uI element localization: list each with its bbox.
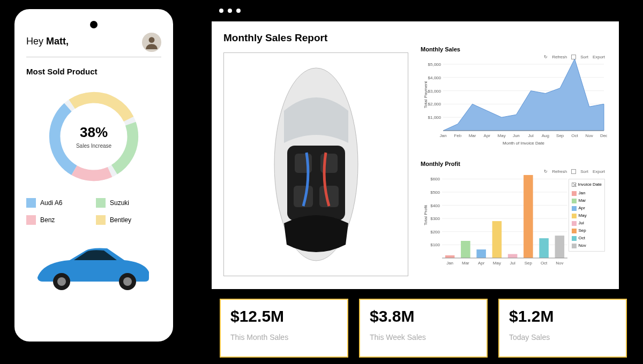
svg-text:Total Profit: Total Profit: [423, 204, 428, 225]
bar-chart-svg: $100$200$300$400$500$600JanMarAprMayJulS…: [421, 169, 570, 271]
svg-text:$100: $100: [430, 242, 440, 247]
legend: Audi A6 Suzuki Benz Bentley: [26, 198, 161, 225]
svg-text:$600: $600: [430, 177, 440, 181]
svg-rect-61: [508, 254, 518, 258]
product-hero: [223, 52, 408, 276]
refresh-icon[interactable]: ↻: [544, 55, 548, 59]
greeting-prefix: Hey: [26, 36, 46, 47]
grid-icon[interactable]: [571, 55, 576, 59]
svg-text:$1,000: $1,000: [428, 115, 442, 120]
kpi-month-sales: $12.5M This Month Sales: [220, 299, 348, 358]
svg-point-0: [149, 37, 155, 43]
svg-text:Oct: Oct: [571, 133, 578, 138]
kpi-today-sales: $1.2M Today Sales: [498, 299, 627, 358]
monthly-sales-chart: Monthly Sales ↻ Refresh Sort Export $1,0…: [421, 46, 607, 150]
mobile-mockup: Hey Matt, Most Sold Product 38% Sales In…: [13, 8, 174, 343]
svg-text:Dec: Dec: [600, 133, 607, 138]
kpi-value: $1.2M: [509, 307, 616, 325]
monthly-profit-chart: Monthly Profit ↻ Refresh Sort Export Inv…: [421, 161, 607, 277]
svg-rect-67: [555, 236, 565, 258]
divider: [26, 57, 161, 57]
chart-title: Monthly Profit: [421, 161, 607, 167]
chart-legend: Invoice DateJanMarAprMayJulSepOctNov: [569, 179, 605, 252]
legend-item-suzuki: Suzuki: [96, 198, 161, 208]
legend-swatch: [26, 198, 36, 208]
legend-item-bentley: Bentley: [96, 215, 161, 225]
legend-swatch: [96, 198, 106, 208]
svg-text:Feb: Feb: [454, 133, 461, 138]
traffic-light-icon: [236, 9, 241, 13]
svg-rect-55: [461, 241, 470, 258]
svg-text:Jan: Jan: [446, 261, 453, 266]
svg-point-7: [57, 277, 66, 286]
legend-swatch: [96, 215, 106, 225]
svg-rect-59: [492, 221, 502, 258]
svg-text:May: May: [493, 261, 501, 266]
refresh-button[interactable]: Refresh: [552, 169, 567, 174]
traffic-light-icon: [219, 9, 223, 13]
avatar[interactable]: [142, 33, 161, 52]
area-chart-svg: $1,000$2,000$3,000$4,000$5,000JanFebMarA…: [421, 55, 607, 146]
svg-rect-63: [524, 175, 533, 258]
legend-label: Benz: [40, 216, 55, 224]
svg-text:Month of Invoice Date: Month of Invoice Date: [503, 141, 544, 146]
legend-item-audi: Audi A6: [26, 198, 92, 208]
svg-text:Sep: Sep: [525, 261, 533, 266]
svg-text:Nov: Nov: [586, 133, 593, 138]
greeting-name: Matt,: [46, 36, 69, 47]
section-title: Most Sold Product: [26, 67, 161, 76]
svg-text:Total Payment: Total Payment: [423, 81, 428, 108]
legend-swatch: [26, 215, 36, 225]
chart-toolbar: ↻ Refresh Sort Export: [544, 169, 605, 174]
svg-text:Oct: Oct: [541, 261, 548, 266]
svg-rect-57: [476, 249, 486, 258]
svg-text:$200: $200: [430, 230, 440, 234]
svg-text:$5,000: $5,000: [428, 62, 442, 67]
sort-button[interactable]: Sort: [580, 169, 588, 174]
kpi-row: $12.5M This Month Sales $3.8M This Week …: [220, 299, 627, 358]
traffic-light-icon: [228, 9, 232, 13]
legend-label: Suzuki: [110, 199, 129, 207]
refresh-button[interactable]: Refresh: [552, 55, 567, 59]
donut-label: Sales Increase: [76, 143, 111, 149]
legend-label: Bentley: [110, 216, 131, 224]
export-button[interactable]: Export: [593, 169, 605, 174]
user-icon: [145, 35, 159, 49]
kpi-label: This Week Sales: [370, 333, 477, 342]
legend-label: Audi A6: [40, 199, 62, 207]
svg-text:Mar: Mar: [469, 133, 476, 138]
svg-text:Mar: Mar: [462, 261, 469, 266]
car-top-icon: [263, 63, 370, 266]
svg-text:$4,000: $4,000: [428, 75, 442, 80]
svg-text:Jun: Jun: [513, 133, 520, 138]
legend-item-benz: Benz: [26, 215, 92, 225]
svg-text:$300: $300: [430, 216, 440, 221]
sort-button[interactable]: Sort: [580, 55, 588, 59]
svg-text:$400: $400: [430, 203, 440, 208]
grid-icon[interactable]: [571, 169, 576, 174]
svg-text:Nov: Nov: [556, 261, 563, 266]
kpi-value: $3.8M: [370, 307, 477, 325]
svg-text:$3,000: $3,000: [428, 89, 442, 94]
svg-text:Aug: Aug: [542, 133, 549, 138]
svg-text:Jul: Jul: [510, 261, 515, 266]
kpi-label: This Month Sales: [230, 333, 338, 342]
svg-rect-65: [539, 238, 549, 258]
svg-text:Apr: Apr: [478, 261, 485, 266]
export-button[interactable]: Export: [593, 55, 605, 59]
donut-chart: 38% Sales Increase: [43, 86, 145, 187]
kpi-week-sales: $3.8M This Week Sales: [359, 299, 488, 358]
car-side-icon: [32, 241, 155, 292]
donut-value: 38%: [80, 124, 108, 141]
phone-notch: [90, 21, 98, 28]
svg-text:$2,000: $2,000: [428, 102, 442, 107]
svg-text:Jan: Jan: [440, 133, 447, 138]
chart-title: Monthly Sales: [421, 46, 607, 52]
svg-text:$500: $500: [430, 190, 440, 195]
greeting: Hey Matt,: [26, 36, 161, 47]
svg-text:Apr: Apr: [484, 133, 491, 138]
svg-point-9: [123, 277, 132, 286]
refresh-icon[interactable]: ↻: [544, 169, 548, 174]
kpi-label: Today Sales: [509, 333, 616, 342]
svg-text:Sep: Sep: [556, 133, 564, 138]
